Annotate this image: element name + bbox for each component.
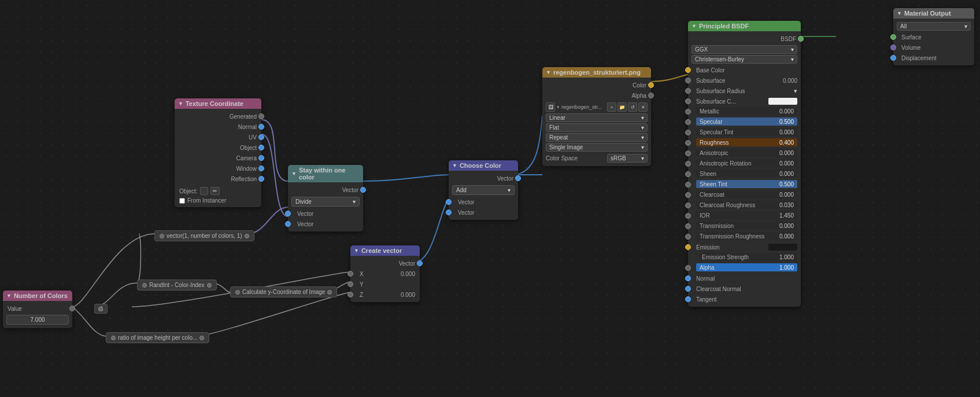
- mo-volume-socket[interactable]: [890, 45, 896, 50]
- node-ratio[interactable]: ratio of image height per colo...: [106, 332, 209, 343]
- it-source[interactable]: Single Image ▾: [546, 143, 648, 152]
- image-texture-collapse[interactable]: ▼: [546, 69, 551, 75]
- vg-left-socket[interactable]: [160, 234, 164, 238]
- pb-clearcoat-rough-bar[interactable]: Clearcoat Roughness 0.030: [696, 201, 797, 209]
- mo-all-dropdown[interactable]: All ▾: [897, 22, 971, 31]
- pb-transmission-rough-socket[interactable]: [685, 234, 691, 240]
- cv-z-socket[interactable]: [347, 292, 353, 297]
- pb-sheen-socket[interactable]: [685, 171, 691, 177]
- image-texture-header[interactable]: ▼ regenbogen_strukturiert.png: [542, 67, 651, 78]
- ri-left-socket[interactable]: [142, 283, 147, 288]
- pb-clearcoat-normal-socket[interactable]: [685, 286, 691, 292]
- pb-specular-bar[interactable]: Specular 0.500: [696, 117, 797, 126]
- pb-anisotropic-rot-socket[interactable]: [685, 161, 691, 167]
- tc-eyedropper[interactable]: ✏: [210, 187, 220, 195]
- choose-color-header[interactable]: ▼ Choose Color: [449, 160, 518, 171]
- pb-metallic-socket[interactable]: [685, 109, 691, 115]
- choose-vector-in1-socket[interactable]: [446, 199, 452, 205]
- stay-vector-in2-socket[interactable]: [285, 221, 291, 227]
- pb-clearcoat-bar[interactable]: Clearcoat 0.000: [696, 190, 797, 198]
- nc-collapse[interactable]: ▼: [6, 293, 12, 299]
- node-minus1[interactable]: -1: [94, 304, 108, 314]
- pb-base-color-socket[interactable]: [685, 67, 691, 73]
- stay-vector-out-socket[interactable]: [360, 187, 366, 193]
- it-alpha-socket[interactable]: [648, 93, 654, 98]
- pb-tangent-socket[interactable]: [685, 296, 691, 302]
- it-color-socket[interactable]: [648, 82, 654, 88]
- node-create-vector[interactable]: ▼ Create vector Vector X 0.000 Y Z 0.000: [350, 245, 420, 302]
- stay-divide-dropdown[interactable]: Divide ▾: [291, 197, 360, 207]
- pb-alpha-bar[interactable]: Alpha 1.000: [696, 263, 797, 271]
- material-output-header[interactable]: ▼ Material Output: [893, 8, 974, 19]
- pb-emission-swatch[interactable]: [768, 244, 797, 251]
- cy-left-socket[interactable]: [235, 290, 240, 295]
- texture-coordinate-header[interactable]: ▼ Texture Coordinate: [175, 98, 261, 109]
- node-randint[interactable]: RandInt - Color-Index: [137, 280, 217, 291]
- node-number-of-colors[interactable]: ▼ Number of Colors Value 7.000: [3, 291, 72, 328]
- pb-metallic-bar[interactable]: Metallic 0.000: [696, 107, 797, 115]
- ra-right-socket[interactable]: [199, 336, 204, 340]
- pb-subsurface-socket[interactable]: [685, 78, 691, 83]
- stay-color-header[interactable]: ▼ Stay within one color: [288, 165, 363, 182]
- it-extension[interactable]: Repeat ▾: [546, 133, 648, 142]
- it-refresh-btn[interactable]: ↺: [628, 102, 637, 112]
- pb-sheen-tint-socket[interactable]: [685, 182, 691, 188]
- stay-vector-in1-socket[interactable]: [285, 211, 291, 216]
- tc-window-socket[interactable]: [258, 166, 264, 171]
- pb-alpha-socket[interactable]: [685, 265, 691, 271]
- tc-uv-socket[interactable]: [258, 134, 264, 140]
- it-image-name-dropdown[interactable]: ▾: [557, 104, 560, 110]
- create-vector-header[interactable]: ▼ Create vector: [350, 245, 420, 256]
- pb-transmission-bar[interactable]: Transmission 0.000: [696, 222, 797, 230]
- pb-subsurface-c-swatch[interactable]: [768, 98, 797, 105]
- mo-displacement-socket[interactable]: [890, 55, 896, 61]
- pb-clearcoat-socket[interactable]: [685, 192, 691, 198]
- number-colors-header[interactable]: ▼ Number of Colors: [3, 291, 72, 301]
- mo-collapse[interactable]: ▼: [897, 10, 902, 16]
- pb-transmission-rough-bar[interactable]: Transmission Roughness 0.000: [696, 232, 797, 240]
- tc-from-instancer-checkbox[interactable]: [179, 198, 185, 204]
- pb-subsurface-radius-socket[interactable]: [685, 88, 691, 94]
- pb-clearcoat-rough-socket[interactable]: [685, 203, 691, 208]
- pb-roughness-socket[interactable]: [685, 140, 691, 146]
- pb-normal-socket[interactable]: [685, 275, 691, 281]
- node-principled-bsdf[interactable]: ▼ Principled BSDF BSDF GGX ▾ Christensen…: [688, 21, 801, 307]
- create-vector-collapse[interactable]: ▼: [354, 248, 359, 253]
- pb-anisotropic-bar[interactable]: Anisotropic 0.000: [696, 149, 797, 157]
- node-stay-within-color[interactable]: ▼ Stay within one color Vector Divide ▾ …: [288, 165, 363, 231]
- node-image-texture[interactable]: ▼ regenbogen_strukturiert.png Color Alph…: [542, 67, 651, 166]
- mo-surface-socket[interactable]: [890, 34, 896, 40]
- choose-color-collapse[interactable]: ▼: [452, 163, 457, 168]
- tc-normal-socket[interactable]: [258, 124, 264, 130]
- node-material-output[interactable]: ▼ Material Output All ▾ Surface Volume D…: [893, 8, 974, 65]
- pb-bsdf-socket[interactable]: [798, 36, 804, 42]
- pb-emission-strength-bar[interactable]: Emission Strength 1.000: [698, 253, 797, 261]
- collapse-arrow[interactable]: ▼: [178, 101, 183, 106]
- m1-right-socket[interactable]: [98, 307, 103, 311]
- ra-left-socket[interactable]: [111, 336, 116, 340]
- it-open-btn[interactable]: 📁: [617, 102, 627, 112]
- node-vector-group[interactable]: vector(1, number of colors, 1): [154, 230, 254, 241]
- pb-anisotropic-socket[interactable]: [685, 150, 691, 156]
- cv-x-socket[interactable]: [347, 271, 353, 277]
- pb-distribution[interactable]: GGX ▾: [691, 45, 797, 54]
- it-interpolation[interactable]: Linear ▾: [546, 113, 648, 122]
- pb-anisotropic-rot-bar[interactable]: Anisotropic Rotation 0.000: [696, 159, 797, 167]
- tc-object-field[interactable]: [200, 187, 208, 195]
- node-texture-coordinate[interactable]: ▼ Texture Coordinate Generated Normal UV…: [175, 98, 261, 207]
- choose-add-dropdown[interactable]: Add ▾: [452, 185, 515, 195]
- nc-value-field[interactable]: 7.000: [6, 315, 69, 325]
- cv-vector-out-socket[interactable]: [417, 260, 423, 266]
- it-colorspace-dropdown[interactable]: sRGB ▾: [607, 154, 648, 163]
- pb-emission-socket[interactable]: [685, 244, 691, 250]
- choose-vector-in2-socket[interactable]: [446, 209, 452, 215]
- it-close-btn[interactable]: ✕: [638, 102, 648, 112]
- ri-right-socket[interactable]: [207, 283, 212, 288]
- tc-object-socket[interactable]: [258, 145, 264, 150]
- tc-camera-socket[interactable]: [258, 155, 264, 161]
- tc-generated-socket[interactable]: [258, 113, 264, 119]
- pb-ior-socket[interactable]: [685, 213, 691, 219]
- pb-subsurface-method[interactable]: Christensen-Burley ▾: [691, 55, 797, 64]
- it-projection[interactable]: Flat ▾: [546, 123, 648, 132]
- principled-collapse[interactable]: ▼: [691, 23, 697, 29]
